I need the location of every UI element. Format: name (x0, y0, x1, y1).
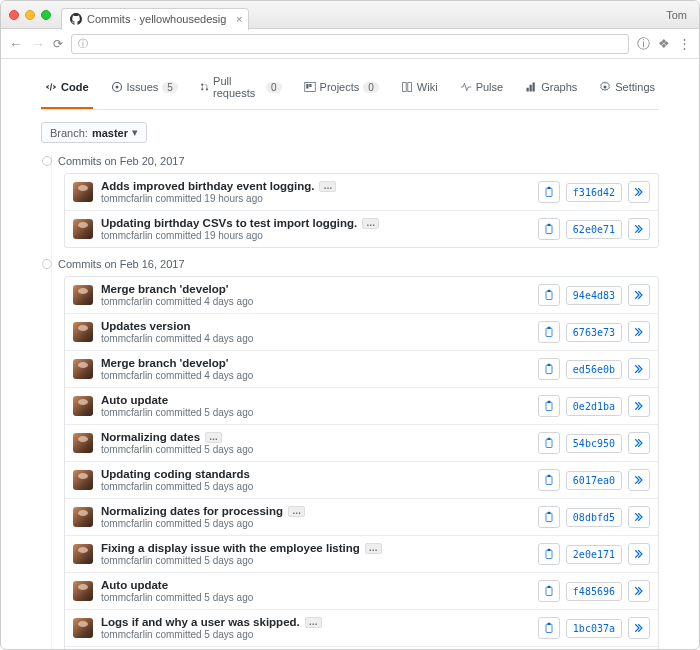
browse-code-button[interactable] (628, 580, 650, 602)
avatar[interactable] (73, 507, 93, 527)
commit-sha-link[interactable]: 94e4d83 (566, 286, 622, 305)
commit-author[interactable]: tommcfarlin (101, 444, 153, 455)
avatar[interactable] (73, 285, 93, 305)
extensions-icon[interactable]: ❖ (658, 36, 670, 51)
browse-code-button[interactable] (628, 218, 650, 240)
avatar[interactable] (73, 544, 93, 564)
menu-icon[interactable]: ⋮ (678, 36, 691, 51)
browse-code-button[interactable] (628, 321, 650, 343)
commit-sha-link[interactable]: f316d42 (566, 183, 622, 202)
commit-sha-link[interactable]: 54bc950 (566, 434, 622, 453)
commit-title[interactable]: Merge branch 'develop' (101, 357, 538, 369)
commit-title[interactable]: Adds improved birthday event logging. … (101, 180, 538, 192)
browse-code-button[interactable] (628, 284, 650, 306)
commit-sha-link[interactable]: 08dbfd5 (566, 508, 622, 527)
commit-title[interactable]: Normalizing dates for processing … (101, 505, 538, 517)
address-bar[interactable]: ⓘ (71, 34, 629, 54)
commit-sha-link[interactable]: 1bc037a (566, 619, 622, 638)
repo-tab-projects[interactable]: Projects0 (300, 67, 383, 109)
repo-tab-graphs[interactable]: Graphs (521, 67, 581, 109)
commit-author[interactable]: tommcfarlin (101, 333, 153, 344)
expand-message-button[interactable]: … (288, 506, 305, 517)
browse-code-button[interactable] (628, 395, 650, 417)
commit-author[interactable]: tommcfarlin (101, 407, 153, 418)
copy-sha-button[interactable] (538, 358, 560, 380)
browse-code-button[interactable] (628, 543, 650, 565)
copy-sha-button[interactable] (538, 218, 560, 240)
commit-sha-link[interactable]: 2e0e171 (566, 545, 622, 564)
commit-sha-link[interactable]: f485696 (566, 582, 622, 601)
repo-tab-wiki[interactable]: Wiki (397, 67, 442, 109)
browse-code-button[interactable] (628, 469, 650, 491)
expand-message-button[interactable]: … (205, 432, 222, 443)
back-button[interactable]: ← (9, 36, 23, 52)
minimize-window-button[interactable] (25, 10, 35, 20)
commit-author[interactable]: tommcfarlin (101, 296, 153, 307)
commit-sha-link[interactable]: 6017ea0 (566, 471, 622, 490)
avatar[interactable] (73, 470, 93, 490)
copy-sha-button[interactable] (538, 181, 560, 203)
avatar[interactable] (73, 322, 93, 342)
commit-author[interactable]: tommcfarlin (101, 230, 153, 241)
repo-tab-code[interactable]: Code (41, 67, 93, 109)
commit-sha-link[interactable]: 6763e73 (566, 323, 622, 342)
browse-code-button[interactable] (628, 617, 650, 639)
commit-title[interactable]: Auto update (101, 394, 538, 406)
close-tab-icon[interactable]: × (236, 13, 242, 25)
expand-message-button[interactable]: … (365, 543, 382, 554)
commit-title[interactable]: Updates version (101, 320, 538, 332)
commit-sha-link[interactable]: 62e0e71 (566, 220, 622, 239)
copy-sha-button[interactable] (538, 321, 560, 343)
copy-sha-button[interactable] (538, 395, 560, 417)
commit-title[interactable]: Merge branch 'develop' (101, 283, 538, 295)
browse-code-button[interactable] (628, 181, 650, 203)
commit-title[interactable]: Updating birthday CSVs to test import lo… (101, 217, 538, 229)
avatar[interactable] (73, 396, 93, 416)
repo-tab-issues[interactable]: Issues5 (107, 67, 182, 109)
zoom-window-button[interactable] (41, 10, 51, 20)
commit-author[interactable]: tommcfarlin (101, 370, 153, 381)
browse-code-button[interactable] (628, 432, 650, 454)
repo-tab-pulse[interactable]: Pulse (456, 67, 508, 109)
commit-author[interactable]: tommcfarlin (101, 193, 153, 204)
browser-tab[interactable]: Commits · yellowhousedesig × (61, 8, 249, 30)
commit-author[interactable]: tommcfarlin (101, 481, 153, 492)
branch-select-button[interactable]: Branch: master ▾ (41, 122, 147, 143)
reload-button[interactable]: ⟳ (53, 37, 63, 51)
expand-message-button[interactable]: … (305, 617, 322, 628)
commit-title[interactable]: Fixing a display issue with the employee… (101, 542, 538, 554)
forward-button[interactable]: → (31, 36, 45, 52)
commit-author[interactable]: tommcfarlin (101, 518, 153, 529)
copy-sha-button[interactable] (538, 543, 560, 565)
copy-sha-button[interactable] (538, 432, 560, 454)
avatar[interactable] (73, 359, 93, 379)
site-info-icon[interactable]: ⓘ (78, 37, 88, 51)
commit-title[interactable]: Normalizing dates … (101, 431, 538, 443)
repo-tab-settings[interactable]: Settings (595, 67, 659, 109)
info-icon[interactable]: ⓘ (637, 35, 650, 53)
commit-author[interactable]: tommcfarlin (101, 555, 153, 566)
commit-title[interactable]: Logs if and why a user was skipped. … (101, 616, 538, 628)
copy-sha-button[interactable] (538, 617, 560, 639)
expand-message-button[interactable]: … (362, 218, 379, 229)
commit-title[interactable]: Updating coding standards (101, 468, 538, 480)
avatar[interactable] (73, 618, 93, 638)
commit-author[interactable]: tommcfarlin (101, 592, 153, 603)
copy-sha-button[interactable] (538, 506, 560, 528)
commit-sha-link[interactable]: 0e2d1ba (566, 397, 622, 416)
avatar[interactable] (73, 581, 93, 601)
browse-code-button[interactable] (628, 358, 650, 380)
copy-sha-button[interactable] (538, 580, 560, 602)
avatar[interactable] (73, 219, 93, 239)
copy-sha-button[interactable] (538, 469, 560, 491)
browse-code-button[interactable] (628, 506, 650, 528)
expand-message-button[interactable]: … (319, 181, 336, 192)
commit-author[interactable]: tommcfarlin (101, 629, 153, 640)
repo-tab-pull-requests[interactable]: Pull requests0 (196, 67, 286, 109)
commit-sha-link[interactable]: ed56e0b (566, 360, 622, 379)
copy-sha-button[interactable] (538, 284, 560, 306)
close-window-button[interactable] (9, 10, 19, 20)
avatar[interactable] (73, 182, 93, 202)
avatar[interactable] (73, 433, 93, 453)
commit-title[interactable]: Auto update (101, 579, 538, 591)
